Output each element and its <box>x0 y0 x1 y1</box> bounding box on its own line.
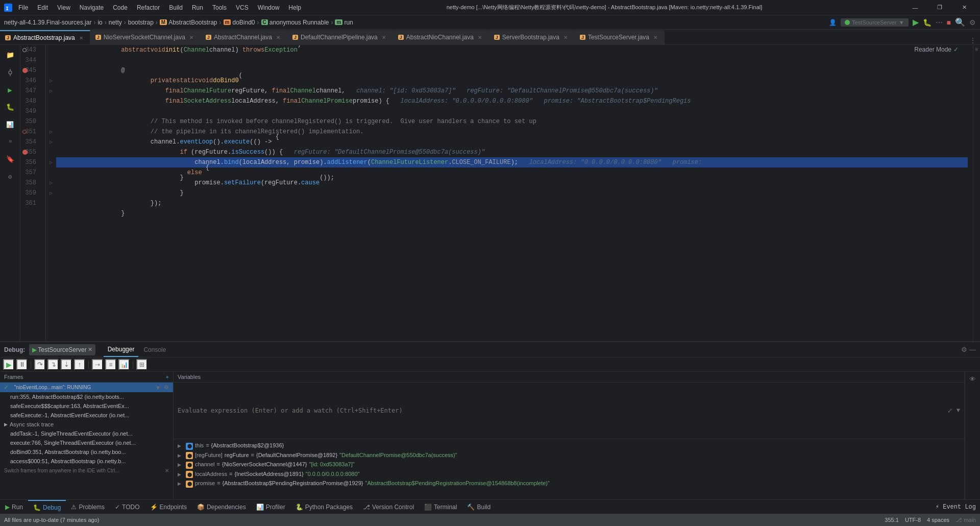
menu-edit[interactable]: Edit <box>33 3 52 12</box>
restore-layout-button[interactable]: ⊞ <box>136 359 148 370</box>
step-into-button[interactable]: ↴ <box>47 359 59 370</box>
menu-navigate[interactable]: Navigate <box>76 3 108 12</box>
code-structure-btn[interactable]: ≡ <box>975 47 978 53</box>
run-button[interactable]: ▶ <box>913 17 919 27</box>
tab-close-4[interactable]: ✕ <box>380 34 387 41</box>
async-trace-header[interactable]: ▶ Async stack trace <box>0 420 173 429</box>
bottom-tab-run[interactable]: ▶ Run <box>0 500 28 514</box>
watch-eye-btn[interactable]: 👁 <box>967 374 978 385</box>
settings-button[interactable]: ⚙ <box>969 18 976 27</box>
breadcrumb-item-6[interactable]: m doBind0 <box>224 19 255 26</box>
breadcrumb-item-8[interactable]: m run <box>335 19 353 26</box>
tab-close-2[interactable]: ✕ <box>188 34 195 41</box>
tab-defaultchannelpipeline[interactable]: J DefaultChannelPipeline.java ✕ <box>287 30 393 44</box>
frame-addtask[interactable]: addTask:-1, SingleThreadEventExecutor (i… <box>0 429 173 438</box>
menu-tools[interactable]: Tools <box>208 3 231 12</box>
frame-access000[interactable]: access$000:51, AbstractBootstrap (io.net… <box>0 457 173 466</box>
bottom-tab-problems[interactable]: ⚠ Problems <box>66 500 110 514</box>
menu-vcs[interactable]: VCS <box>232 3 253 12</box>
frame-safeexecute-1[interactable]: safeExecute:-1, AbstractEventExecutor (i… <box>0 411 173 420</box>
tab-abstractniochannel[interactable]: J AbstractNioChannel.java ✕ <box>393 30 489 44</box>
thread-main[interactable]: ✓ "nioEventLoop...main": RUNNING ▼ ⚙ <box>0 382 173 392</box>
indentation-label[interactable]: 4 spaces <box>927 517 949 523</box>
evaluate-button[interactable]: ≡ <box>105 359 116 370</box>
bottom-tab-todo[interactable]: ✓ TODO <box>110 500 144 514</box>
resume-button[interactable]: ▶ <box>3 359 14 370</box>
debug-session-tab[interactable]: ▶ TestSourceServer ✕ <box>29 344 95 355</box>
stop-button[interactable]: ■ <box>947 18 951 27</box>
debug-session-close[interactable]: ✕ <box>88 346 92 353</box>
trace-button[interactable]: 📊 <box>118 359 130 370</box>
bottom-tab-dependencies[interactable]: 📦 Dependencies <box>192 500 251 514</box>
maximize-button[interactable]: ❐ <box>928 0 951 15</box>
evaluate-bar[interactable]: ⤢ ▼ <box>174 382 964 439</box>
evaluate-history-btn[interactable]: ▼ <box>957 407 960 414</box>
sidebar-run-icon[interactable]: ▶ <box>2 82 18 98</box>
sidebar-profiler-icon[interactable]: 📊 <box>2 116 18 133</box>
menu-view[interactable]: View <box>53 3 75 12</box>
sidebar-debug-icon[interactable]: 🐛 <box>2 99 18 115</box>
bottom-event-log[interactable]: ⚡ Event Log <box>932 503 980 511</box>
tab-close-6[interactable]: ✕ <box>562 34 569 41</box>
tab-testsourceserver[interactable]: J TestSourceServer.java ✕ <box>575 30 665 44</box>
tab-console[interactable]: Console <box>139 343 170 357</box>
tab-close-7[interactable]: ✕ <box>652 34 659 41</box>
tab-close-1[interactable]: ✕ <box>78 34 85 41</box>
tab-abstractchannel[interactable]: J AbstractChannel.java ✕ <box>201 30 287 44</box>
var-promise[interactable]: ▶ ⬤ promise = {AbstractBootstrap$Pending… <box>174 479 964 489</box>
add-watch-button[interactable]: + <box>166 374 169 380</box>
frame-execute766[interactable]: execute:766, SingleThreadEventExecutor (… <box>0 438 173 447</box>
bottom-tab-python-packages[interactable]: 🐍 Python Packages <box>290 500 358 514</box>
cursor-position[interactable]: 355:1 <box>885 517 899 523</box>
menu-run[interactable]: Run <box>188 3 207 12</box>
sidebar-structure-icon[interactable]: ≡ <box>2 134 18 150</box>
breadcrumb-item-4[interactable]: bootstrap <box>128 19 154 26</box>
tab-abstractbootstrap[interactable]: J AbstractBootstrap.java ✕ <box>0 30 90 44</box>
tabs-overflow[interactable]: ⋮ <box>966 37 980 44</box>
step-out-button[interactable]: ↑ <box>74 359 85 370</box>
menu-window[interactable]: Window <box>254 3 284 12</box>
var-this[interactable]: ▶ ⬤ this = {AbstractBootstrap$2@1936} <box>174 441 964 451</box>
evaluate-expand-btn[interactable]: ⤢ <box>947 407 952 415</box>
sidebar-services-icon[interactable]: ⚙ <box>2 169 18 185</box>
bottom-tab-build[interactable]: 🔨 Build <box>462 500 496 514</box>
var-regFuture[interactable]: ▶ ⬤ [regFuture] regFuture = {DefaultChan… <box>174 451 964 461</box>
frame-run355[interactable]: run:355, AbstractBootstrap$2 (io.netty.b… <box>0 392 173 401</box>
pause-button[interactable]: ⏸ <box>16 359 28 370</box>
evaluate-input[interactable] <box>178 407 943 414</box>
breadcrumb-item-3[interactable]: netty <box>109 19 122 26</box>
code-lines[interactable]: abstract void init(Channel channel) thro… <box>56 45 968 341</box>
run-to-cursor-button[interactable]: ⇢ <box>92 359 103 370</box>
bottom-tab-version-control[interactable]: ⎇ Version Control <box>358 500 419 514</box>
tab-nioserversocketchannel[interactable]: J NioServerSocketChannel.java ✕ <box>90 30 201 44</box>
bottom-tab-endpoints[interactable]: ⚡ Endpoints <box>145 500 192 514</box>
breadcrumb-item-2[interactable]: io <box>97 19 102 26</box>
thread-settings-btn[interactable]: ⚙ <box>164 384 169 391</box>
tab-serverbootstrap[interactable]: J ServerBootstrap.java ✕ <box>489 30 575 44</box>
sidebar-bookmarks-icon[interactable]: 🔖 <box>2 151 18 168</box>
debug-settings-btn[interactable]: ⚙ <box>961 346 967 353</box>
menu-build[interactable]: Build <box>165 3 187 12</box>
menu-file[interactable]: File <box>14 3 32 12</box>
breadcrumb-item-5[interactable]: M AbstractBootstrap <box>160 19 217 26</box>
code-editor[interactable]: Reader Mode ✓ 343 344 345 346 347 <box>20 45 973 341</box>
breadcrumb-item-7[interactable]: C anonymous Runnable <box>261 19 329 26</box>
bottom-tab-debug[interactable]: 🐛 Debug <box>28 500 66 514</box>
var-channel[interactable]: ▶ ⬤ channel = {NioServerSocketChannel@14… <box>174 460 964 470</box>
tab-close-5[interactable]: ✕ <box>476 34 483 41</box>
search-everywhere-button[interactable]: 🔍 <box>955 17 965 27</box>
switch-frames-close[interactable]: ✕ <box>165 468 169 473</box>
minimize-button[interactable]: — <box>903 0 927 15</box>
menu-refactor[interactable]: Refactor <box>133 3 164 12</box>
tab-close-3[interactable]: ✕ <box>275 34 282 41</box>
var-localAddress[interactable]: ▶ ⬤ localAddress = {InetSocketAddress@18… <box>174 470 964 480</box>
menu-help[interactable]: Help <box>284 3 305 12</box>
debug-button[interactable]: 🐛 <box>923 18 932 27</box>
tab-debugger[interactable]: Debugger <box>104 343 139 357</box>
more-actions-button[interactable]: ⋯ <box>936 18 943 27</box>
sidebar-commit-icon[interactable] <box>2 64 18 81</box>
bottom-tab-terminal[interactable]: ⬛ Terminal <box>419 500 462 514</box>
sidebar-project-icon[interactable]: 📁 <box>2 47 18 63</box>
bottom-tab-profiler[interactable]: 📊 Profiler <box>251 500 290 514</box>
thread-filter-btn[interactable]: ▼ <box>155 385 161 391</box>
